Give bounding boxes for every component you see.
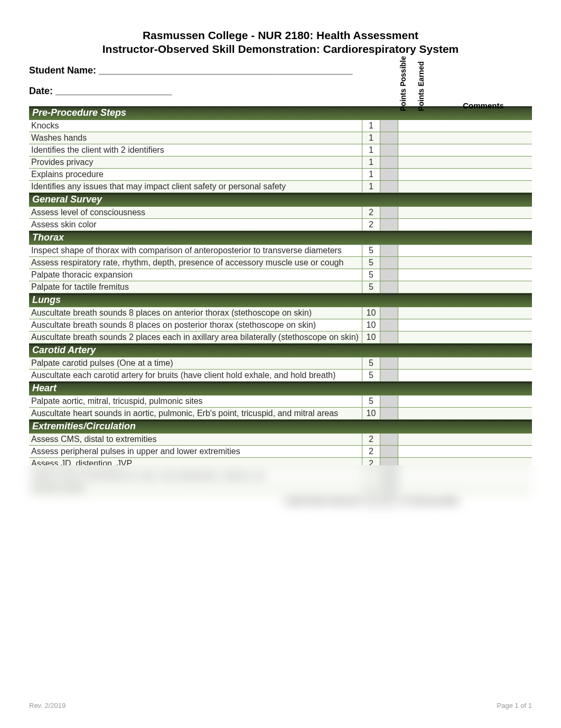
rubric-points-possible: 1 <box>362 169 380 181</box>
rubric-comments <box>398 132 532 144</box>
rubric-desc: Knocks <box>29 120 362 132</box>
rubric-points-possible: 10 <box>362 307 380 319</box>
rubric-comments <box>398 446 532 458</box>
rubric-desc: Identifies the client with 2 identifiers <box>29 144 362 156</box>
rubric-row: Assess skin color2 <box>29 219 532 231</box>
rubric-comments <box>398 120 532 132</box>
rubric-points-possible: 10 <box>362 331 380 344</box>
rubric-comments <box>398 257 532 269</box>
rubric-comments <box>398 181 532 193</box>
rubric-points-earned <box>380 169 398 181</box>
rubric-points-possible: 1 <box>362 144 380 156</box>
rubric-points-earned <box>380 446 398 458</box>
rubric-points-earned <box>380 281 398 293</box>
totals-suffix: of 100 possible <box>398 494 532 508</box>
rubric-desc: Assess JD, distention, JVP <box>29 458 362 470</box>
rubric-points-possible: 5 <box>362 370 380 382</box>
rubric-row: Washes hands1 <box>29 132 532 144</box>
rubric-row: Assess peripheral pulses in upper and lo… <box>29 446 532 458</box>
rubric-desc: Inspect shape of thorax with comparison … <box>29 245 362 257</box>
rubric-comments <box>398 156 532 169</box>
totals-label: Total Points Earned <box>29 494 362 508</box>
totals-row: Total Points Earnedof 100 possible <box>29 494 532 508</box>
rubric-row: Assess JD, distention, JVP2 <box>29 458 532 470</box>
rubric-points-earned <box>380 307 398 319</box>
rubric-points-earned <box>380 181 398 193</box>
rubric-row: Palpate for tactile fremitus5 <box>29 281 532 293</box>
rubric-points-possible: 10 <box>362 319 380 331</box>
rubric-points-possible: 5 <box>362 357 380 370</box>
rubric-points-earned <box>380 470 398 482</box>
rubric-desc: Assess level of consciousness <box>29 207 362 219</box>
comments-header: Comments <box>435 101 532 111</box>
rubric-row: Knocks1 <box>29 120 532 132</box>
rubric-points-earned <box>380 458 398 470</box>
points-earned-header: Points Earned <box>417 61 435 111</box>
section-header: Carotid Artery <box>29 344 532 358</box>
rubric-comments <box>398 245 532 257</box>
section-title: Carotid Artery <box>29 344 532 358</box>
rubric-row: Palpate aortic, mitral, tricuspid, pulmo… <box>29 395 532 408</box>
rubric-comments <box>398 482 532 494</box>
section-title: General Survey <box>29 193 532 207</box>
rubric-row: Auscultate each carotid artery for bruit… <box>29 370 532 382</box>
rubric-points-possible: 2 <box>362 470 380 482</box>
rubric-points-possible: 1 <box>362 120 380 132</box>
rubric-row: Assess lower extremities for color, hair… <box>29 470 532 482</box>
rubric-comments <box>398 395 532 408</box>
rubric-comments <box>398 219 532 231</box>
rubric-points-possible: 2 <box>362 458 380 470</box>
rubric-comments <box>398 169 532 181</box>
rubric-points-possible: 1 <box>362 156 380 169</box>
rubric-points-possible: 1 <box>362 132 380 144</box>
section-title: Heart <box>29 382 532 396</box>
rubric-row: Auscultate breath sounds 2 places each i… <box>29 331 532 344</box>
rubric-points-earned <box>380 370 398 382</box>
rubric-desc: Palpate aortic, mitral, tricuspid, pulmo… <box>29 395 362 408</box>
rubric-points-earned <box>380 331 398 344</box>
rubric-row: Palpate thoracic expansion5 <box>29 269 532 281</box>
rubric-row: Auscultate breath sounds 8 places on pos… <box>29 319 532 331</box>
rubric-desc: Identifies any issues that may impact cl… <box>29 181 362 193</box>
document-header: Rasmussen College - NUR 2180: Health Ass… <box>29 29 532 56</box>
rubric-desc: Provides privacy <box>29 156 362 169</box>
rubric-comments <box>398 144 532 156</box>
rubric-row: Assess level of consciousness2 <box>29 207 532 219</box>
rubric-points-earned <box>380 269 398 281</box>
rubric-points-earned <box>380 207 398 219</box>
rubric-points-possible: 5 <box>362 281 380 293</box>
rubric-desc: Auscultate each carotid artery for bruit… <box>29 370 362 382</box>
rubric-points-possible: 2 <box>362 446 380 458</box>
rubric-comments <box>398 207 532 219</box>
rubric-row: Auscultate heart sounds in aortic, pulmo… <box>29 408 532 420</box>
rubric-comments <box>398 319 532 331</box>
rubric-points-earned <box>380 132 398 144</box>
footer-left: Rev. 2/2019 <box>29 702 66 709</box>
rubric-points-possible: 5 <box>362 257 380 269</box>
rubric-comments <box>398 331 532 344</box>
section-title: Lungs <box>29 293 532 308</box>
section-title: Extremities/Circulation <box>29 420 532 434</box>
points-possible-header: Points Possible <box>399 56 417 111</box>
rubric-desc: Auscultate breath sounds 8 places on pos… <box>29 319 362 331</box>
rubric-comments <box>398 307 532 319</box>
rubric-points-possible: 2 <box>362 219 380 231</box>
rubric-desc: Palpate carotid pulses (One at a time) <box>29 357 362 370</box>
rubric-desc: Assess CMS, distal to extremities <box>29 434 362 446</box>
rubric-points-earned <box>380 257 398 269</box>
rubric-row: Palpate carotid pulses (One at a time)5 <box>29 357 532 370</box>
rubric-comments <box>398 281 532 293</box>
rubric-comments <box>398 434 532 446</box>
rubric-table: Pre-Procedure StepsKnocks1Washes hands1I… <box>29 106 532 508</box>
rubric-points-earned <box>380 245 398 257</box>
rubric-desc: Assess peripheral pulses in upper and lo… <box>29 446 362 458</box>
rubric-points-earned <box>380 120 398 132</box>
rubric-points-earned <box>380 395 398 408</box>
rubric-desc: Assess respiratory rate, rhythm, depth, … <box>29 257 362 269</box>
rubric-desc: Assess lower extremities for color, hair… <box>29 470 362 482</box>
section-header: Heart <box>29 382 532 396</box>
rubric-desc: Auscultate breath sounds 2 places each i… <box>29 331 362 344</box>
section-header: Thorax <box>29 231 532 245</box>
rubric-comments <box>398 408 532 420</box>
footer-right: Page 1 of 1 <box>497 702 532 709</box>
